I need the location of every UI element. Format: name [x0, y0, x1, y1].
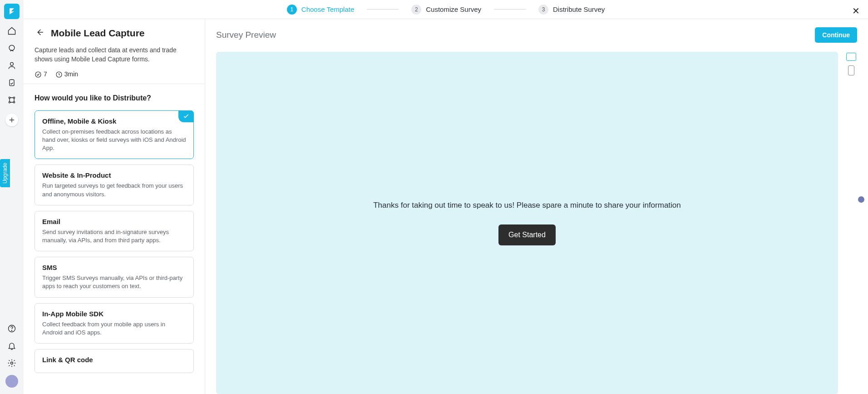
- step-2-number: 2: [411, 5, 421, 15]
- question-count: 7: [35, 70, 47, 78]
- option-desc: Send survey invitations and in-signature…: [42, 228, 186, 244]
- preview-topbar: Survey Preview Continue: [216, 27, 857, 43]
- survey-intro-text: Thanks for taking out time to speak to u…: [373, 201, 681, 210]
- brand-logo[interactable]: [4, 4, 20, 19]
- feedback-icon[interactable]: [6, 43, 17, 54]
- template-side-panel: Mobile Lead Capture Capture leads and co…: [24, 19, 205, 394]
- distribute-option-sms[interactable]: SMS Trigger SMS Surveys manually, via AP…: [35, 257, 194, 297]
- help-icon[interactable]: [6, 323, 17, 334]
- bell-icon[interactable]: [6, 340, 17, 351]
- step-1-label: Choose Template: [301, 5, 354, 13]
- option-title: Email: [42, 218, 186, 225]
- option-title: Link & QR code: [42, 356, 186, 364]
- continue-button[interactable]: Continue: [815, 27, 857, 43]
- svg-point-4: [13, 97, 15, 98]
- option-title: SMS: [42, 264, 186, 271]
- preview-canvas: Thanks for taking out time to speak to u…: [216, 52, 838, 394]
- distribute-option-link[interactable]: Link & QR code: [35, 349, 194, 373]
- mobile-view-icon[interactable]: [848, 65, 854, 75]
- step-1-number: 1: [287, 5, 297, 15]
- avatar[interactable]: [5, 375, 18, 388]
- add-button[interactable]: [5, 114, 18, 126]
- step-3-number: 3: [538, 5, 548, 15]
- user-icon[interactable]: [6, 60, 17, 71]
- step-divider: [367, 9, 399, 10]
- step-3-label: Distribute Survey: [553, 5, 605, 13]
- step-2[interactable]: 2 Customize Survey: [411, 5, 481, 15]
- check-icon: [178, 110, 194, 122]
- option-title: Offline, Mobile & Kiosk: [42, 117, 186, 125]
- step-1[interactable]: 1 Choose Template: [287, 5, 354, 15]
- preview-panel: Survey Preview Continue Thanks for takin…: [205, 19, 868, 394]
- stepper-bar: 1 Choose Template 2 Customize Survey 3 D…: [24, 0, 868, 19]
- rail-bottom: [5, 323, 18, 394]
- template-meta: 7 3min: [35, 70, 194, 78]
- distribute-section: How would you like to Distribute? Offlin…: [24, 84, 205, 389]
- svg-point-1: [10, 62, 14, 65]
- step-3[interactable]: 3 Distribute Survey: [538, 5, 605, 15]
- svg-point-9: [11, 362, 13, 364]
- distribute-option-website[interactable]: Website & In-Product Run targeted survey…: [35, 165, 194, 205]
- desktop-view-icon[interactable]: [846, 53, 856, 61]
- option-desc: Run targeted surveys to get feedback fro…: [42, 182, 186, 198]
- floating-launcher-icon[interactable]: [858, 196, 864, 203]
- template-header: Mobile Lead Capture Capture leads and co…: [24, 19, 205, 84]
- option-title: In-App Mobile SDK: [42, 310, 186, 318]
- workflow-icon[interactable]: [6, 95, 17, 105]
- body-split: Mobile Lead Capture Capture leads and co…: [24, 19, 868, 394]
- svg-point-0: [9, 45, 15, 50]
- distribute-option-sdk[interactable]: In-App Mobile SDK Collect feedback from …: [35, 303, 194, 344]
- template-description: Capture leads and collect data at events…: [35, 45, 194, 64]
- svg-rect-2: [10, 80, 14, 85]
- home-icon[interactable]: [6, 25, 17, 36]
- step-2-label: Customize Survey: [426, 5, 481, 13]
- back-arrow-icon[interactable]: [35, 27, 44, 39]
- preview-area: Thanks for taking out time to speak to u…: [216, 52, 857, 394]
- upgrade-tab[interactable]: Upgrade: [0, 159, 10, 187]
- distribute-heading: How would you like to Distribute?: [35, 94, 194, 102]
- svg-point-3: [9, 97, 10, 98]
- step-divider: [494, 9, 526, 10]
- option-desc: Collect on-premises feedback across loca…: [42, 128, 186, 153]
- preview-heading: Survey Preview: [216, 30, 276, 40]
- svg-point-8: [12, 330, 12, 331]
- app-root: Upgrade 1 Choose Template 2 Custom: [0, 0, 868, 394]
- template-title: Mobile Lead Capture: [51, 28, 145, 39]
- settings-icon[interactable]: [6, 358, 17, 369]
- svg-point-6: [13, 101, 15, 103]
- option-title: Website & In-Product: [42, 171, 186, 179]
- nav-rail: Upgrade: [0, 0, 24, 394]
- svg-point-5: [9, 101, 10, 103]
- viewport-toggle: [845, 52, 857, 394]
- close-icon[interactable]: ✕: [852, 5, 860, 16]
- main-column: 1 Choose Template 2 Customize Survey 3 D…: [24, 0, 868, 394]
- clipboard-icon[interactable]: [6, 77, 17, 88]
- get-started-button[interactable]: Get Started: [498, 224, 556, 245]
- duration: 3min: [55, 70, 78, 78]
- distribute-option-email[interactable]: Email Send survey invitations and in-sig…: [35, 211, 194, 251]
- option-desc: Trigger SMS Surveys manually, via APIs o…: [42, 274, 186, 290]
- svg-point-10: [35, 72, 41, 77]
- option-desc: Collect feedback from your mobile app us…: [42, 320, 186, 337]
- distribute-option-offline[interactable]: Offline, Mobile & Kiosk Collect on-premi…: [35, 110, 194, 160]
